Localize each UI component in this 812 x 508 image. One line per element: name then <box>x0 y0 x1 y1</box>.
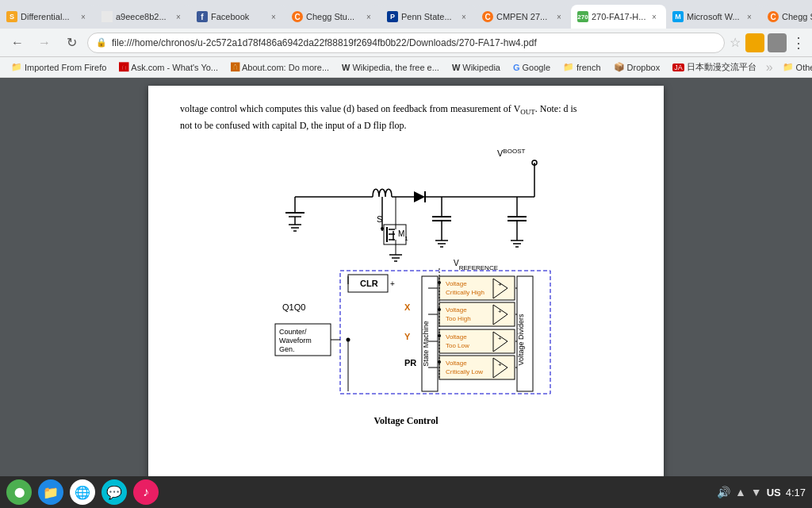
back-button[interactable]: ← <box>6 32 29 54</box>
clr-plus: + <box>390 279 395 288</box>
tab-chegg2[interactable]: C Chegg Stu... × <box>761 5 812 29</box>
taskbar-time: 4:17 <box>786 487 806 498</box>
files-icon[interactable]: 📁 <box>38 479 63 505</box>
bookmark-folder-icon-1: 📁 <box>11 62 22 72</box>
tab-title-8: Microsoft W... <box>687 12 744 21</box>
vtoo-low-text2: Too Low <box>446 342 469 349</box>
bookmark-star-button[interactable]: ☆ <box>730 35 741 50</box>
security-icon: 🔒 <box>96 37 107 48</box>
chrome-menu-button[interactable]: ⋮ <box>791 34 806 52</box>
tab-close-1[interactable]: × <box>78 11 89 22</box>
vref-label: VREFERENCE <box>454 259 498 271</box>
bookmarks-separator: » <box>766 60 773 75</box>
tab-a9eece[interactable]: a9eece8b2... × <box>95 5 190 29</box>
pdf-vout-subscript: OUT <box>520 108 535 116</box>
bookmark-aboutcom[interactable]: 🅰 About.com: Do more... <box>226 61 334 74</box>
tab-favicon-6: C <box>482 11 493 22</box>
bookmark-icon-askcom: 🅰 <box>119 62 128 73</box>
address-bar: ← → ↻ 🔒 file:///home/chronos/u-2c572a1d7… <box>0 29 812 57</box>
files-icon-symbol: 📁 <box>43 485 59 500</box>
bookmark-wikipedia1[interactable]: W Wikipedia, the free e... <box>337 61 444 74</box>
bookmark-icon-about: 🅰 <box>231 63 239 72</box>
extension-icon-1[interactable] <box>745 33 764 52</box>
tab-title-4: Chegg Stu... <box>306 12 363 21</box>
tab-close-4[interactable]: × <box>363 11 374 22</box>
clr-text: CLR <box>360 279 378 288</box>
counter-text2: Waveform <box>279 337 312 344</box>
tab-microsoft[interactable]: M Microsoft W... × <box>666 5 761 29</box>
tab-facebook[interactable]: f Facebook × <box>190 5 285 29</box>
tab-cmpen[interactable]: C CMPEN 27... × <box>476 5 571 29</box>
battery-icon[interactable]: ▼ <box>751 486 762 498</box>
voltage-dividers-label: Voltage Dividers <box>517 314 525 366</box>
tab-pennstate[interactable]: P Penn State... × <box>381 5 476 29</box>
tab-close-3[interactable]: × <box>268 11 279 22</box>
diode-triangle <box>414 191 425 202</box>
bookmark-google[interactable]: G Google <box>508 61 555 74</box>
url-bar[interactable]: 🔒 file:///home/chronos/u-2c572a1d78f486a… <box>87 33 725 53</box>
bookmark-label-1: Imported From Firefo <box>25 63 106 72</box>
comp4-plus: + <box>498 361 502 368</box>
y-label: Y <box>404 332 411 341</box>
q1q0-label: Q1Q0 <box>282 302 305 312</box>
bookmark-dropbox[interactable]: 📦 Dropbox <box>609 60 665 74</box>
bookmark-askcom[interactable]: 🅰 Ask.com - What's Yo... <box>114 60 223 75</box>
bookmark-label-askcom: Ask.com - What's Yo... <box>131 63 218 72</box>
bookmark-french[interactable]: 📁 french <box>558 60 606 74</box>
bookmark-wikipedia2[interactable]: W Wikipedia <box>447 61 505 74</box>
bookmark-label-wikipedia2: Wikipedia <box>462 63 500 72</box>
bookmark-icon-wikipedia1: W <box>342 63 350 72</box>
url-text: file:///home/chronos/u-2c572a1d78f486a69… <box>112 37 537 48</box>
wifi-icon[interactable]: ▲ <box>735 486 746 498</box>
forward-button[interactable]: → <box>33 32 56 54</box>
tab-favicon-7: 270 <box>577 11 588 22</box>
pr-label: PR <box>404 358 416 368</box>
speaker-icon[interactable]: 🔊 <box>717 486 730 498</box>
os-icon[interactable]: ⬤ <box>6 479 32 505</box>
refresh-button[interactable]: ↻ <box>60 32 82 54</box>
circuit-svg: VBOOST <box>232 145 580 407</box>
bookmark-imported[interactable]: 📁 Imported From Firefo <box>6 60 111 74</box>
tab-title-6: CMPEN 27... <box>496 12 553 21</box>
counter-text3: Gen. <box>279 345 295 353</box>
chrome-icon-symbol: 🌐 <box>75 485 90 500</box>
tab-title-1: Differential... <box>21 12 78 21</box>
tab-favicon-1: S <box>6 11 17 22</box>
x-label: X <box>404 302 411 312</box>
bookmark-label-google: Google <box>523 63 550 72</box>
tab-close-7[interactable]: × <box>649 11 660 22</box>
bookmark-ja[interactable]: JA 日本動漫交流平台 <box>668 60 761 75</box>
bookmark-folder-other: 📁 <box>783 62 794 72</box>
music-icon[interactable]: ♪ <box>133 479 159 505</box>
state-machine-label: State Machine <box>422 321 430 367</box>
tab-close-5[interactable]: × <box>458 11 469 22</box>
taskbar: ⬤ 📁 🌐 💬 ♪ 🔊 ▲ ▼ US 4:17 <box>0 476 812 508</box>
tab-title-3: Facebook <box>211 12 268 21</box>
bookmark-label-french: french <box>576 63 601 72</box>
vcrit-high-text2: Critically High <box>446 289 485 296</box>
taskbar-tray: 🔊 ▲ ▼ US 4:17 <box>717 486 806 498</box>
pdf-text-line1: voltage control which computes this valu… <box>180 103 576 114</box>
tab-pdf-active[interactable]: 270 270-FA17-H... × <box>571 5 666 29</box>
tab-differential[interactable]: S Differential... × <box>0 5 95 29</box>
bookmark-label-dropbox: Dropbox <box>627 63 661 72</box>
inductor-coil <box>373 189 392 197</box>
tab-title-2: a9eece8b2... <box>116 12 173 21</box>
tab-title-7: 270-FA17-H... <box>592 12 649 21</box>
messaging-icon[interactable]: 💬 <box>102 479 127 505</box>
tab-chegg1[interactable]: C Chegg Stu... × <box>285 5 381 29</box>
bookmark-label-ja: 日本動漫交流平台 <box>687 61 756 73</box>
extension-icon-2[interactable] <box>768 33 787 52</box>
tab-close-2[interactable]: × <box>173 11 184 22</box>
pdf-viewer[interactable]: voltage control which computes this valu… <box>0 78 812 476</box>
comp2-plus: + <box>498 308 502 315</box>
pdf-text-block: voltage control which computes this valu… <box>180 102 632 133</box>
s-label: S <box>377 214 382 224</box>
chrome-taskbar-icon[interactable]: 🌐 <box>70 479 95 505</box>
tab-favicon-4: C <box>292 11 303 22</box>
bookmark-other[interactable]: 📁 Other bookmarks <box>778 60 812 74</box>
tab-close-6[interactable]: × <box>553 11 565 22</box>
tab-close-8[interactable]: × <box>744 11 755 22</box>
pdf-page: voltage control which computes this valu… <box>148 86 664 476</box>
mosfet-gate-dot <box>381 227 384 230</box>
